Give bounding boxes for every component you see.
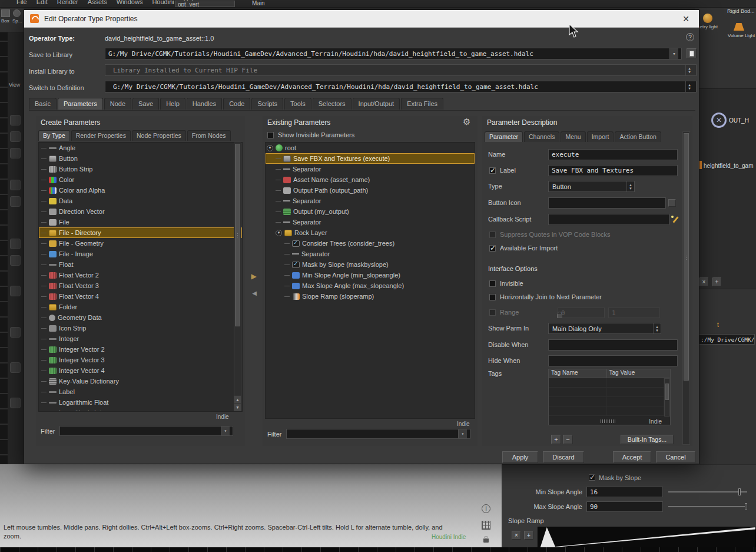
tool-icon[interactable] [10,180,21,190]
tool-icon[interactable] [10,255,21,266]
menu-houdini[interactable]: Houdini [152,0,174,5]
label-input[interactable]: Save FBX and Textures [548,165,678,176]
tab-save[interactable]: Save [132,98,159,110]
script-wand-icon[interactable] [671,216,679,223]
max-slope-angle-input[interactable]: 90 [586,501,663,512]
tool-icon[interactable] [10,362,21,373]
param-type-file-directory[interactable]: File - Directory [39,227,242,238]
scroll-up-button[interactable] [234,395,241,403]
tab-basic[interactable]: Basic [29,98,57,110]
switch-to-definition-input[interactable]: G:/My Drive/CGMK/Tutorials/Houdini_GameD… [105,81,697,92]
existing-parameters-tree[interactable]: ▾rootSave FBX and Textures (execute)Sepa… [265,142,475,419]
hide-when-input[interactable] [548,355,678,366]
tool-icon[interactable] [10,115,21,125]
param-type-float-vector-4[interactable]: Float Vector 4 [39,291,242,302]
create-parameters-list[interactable]: AngleButtonButton StripColorColor and Al… [38,142,243,412]
param-type-file[interactable]: File [39,217,242,227]
remove-tag-button[interactable]: − [563,435,573,444]
param-type-icon-strip[interactable]: Icon Strip [39,323,242,333]
existing-param-consider-trees-consider-trees[interactable]: Consider Trees (consider_trees) [266,238,475,249]
tab-code[interactable]: Code [223,98,250,110]
viewport[interactable]: Left mouse tumbles. Middle pans. Right d… [0,464,502,547]
horizontal-join-checkbox[interactable] [489,294,496,300]
menu-windows[interactable]: Windows [117,0,143,5]
desktop-combo[interactable]: Main [252,0,265,6]
help-icon[interactable]: ? [686,33,694,41]
existing-param-separator[interactable]: Separator [266,164,475,174]
tag-value-column-header[interactable]: Tag Value [607,369,665,378]
disable-when-input[interactable] [548,339,678,351]
param-type-folder[interactable]: Folder [39,302,242,312]
scrollbar-handle[interactable] [235,144,240,326]
create-tab-from-nodes[interactable]: From Nodes [187,130,231,141]
playbar[interactable] [0,547,756,552]
spinner-icon[interactable] [685,65,693,75]
ramp-add-button[interactable]: + [524,531,533,540]
scrollbar-handle[interactable] [665,384,669,400]
null-node-icon[interactable]: ✕ [711,113,727,128]
param-type-button-strip[interactable]: Button Strip [39,164,242,174]
param-type-angle[interactable]: Angle [39,143,242,153]
param-type-key-value-dictionary[interactable]: Key-Value Dictionary [39,376,242,386]
tab-handles[interactable]: Handles [187,98,222,110]
type-dropdown[interactable]: Button [548,181,635,192]
node-display-flag[interactable] [699,161,702,169]
scroll-down-button[interactable] [234,403,241,411]
param-type-logarithmic-float[interactable]: Logarithmic Float [39,397,242,408]
scrollbar-handle[interactable] [684,133,689,381]
dialog-titlebar[interactable]: Edit Operator Type Properties ✕ [24,10,699,28]
existing-param-save-fbx-and-textures-execute[interactable]: Save FBX and Textures (execute) [266,153,475,164]
tab-node[interactable]: Node [104,98,131,110]
tag-name-column-header[interactable]: Tag Name [549,369,607,378]
param-type-data[interactable]: Data [39,196,242,206]
sphere-tool-icon[interactable] [13,9,21,17]
spinner-icon[interactable] [626,181,634,191]
box-tool-icon[interactable] [1,9,10,17]
mask-by-slope-checkbox[interactable] [589,474,595,481]
create-tab-by-type[interactable]: By Type [38,130,70,141]
existing-param-mask-by-slope-maskbyslope[interactable]: Mask by Slope (maskbyslope) [266,259,475,270]
tab-parameters[interactable]: Parameters [58,98,103,110]
network-close-button[interactable]: × [699,277,708,286]
move-to-existing-button[interactable]: ▶ [248,272,259,282]
tool-icon[interactable] [10,286,21,296]
move-to-create-button[interactable]: ◀ [249,290,260,298]
pd-tab-menu[interactable]: Menu [561,131,585,142]
tags-table[interactable]: Tag Name Tag Value Indie [548,369,671,425]
param-type-file-geometry[interactable]: File - Geometry [39,238,242,249]
info-icon[interactable] [482,504,490,513]
parameter-description-scrollbar[interactable] [682,131,690,445]
dropdown-arrow-icon[interactable]: ▾ [221,427,230,435]
save-to-library-input[interactable]: G:/My Drive/CGMK/Tutorials/Houdini_GameD… [105,48,682,60]
tags-scrollbar[interactable] [664,378,670,417]
min-slope-angle-input[interactable]: 16 [586,487,663,497]
available-for-import-checkbox[interactable] [489,245,496,252]
gear-icon[interactable]: ⚙ [463,117,470,127]
shelf-tab-label[interactable]: Rigid Bod... [727,8,755,14]
existing-param-max-slope-angle-max-slopeangle[interactable]: Max Slope Angle (max_slopeangle) [266,280,475,291]
tag-row[interactable] [549,397,664,406]
existing-param-slope-ramp-sloperamp[interactable]: Slope Ramp (sloperamp) [266,291,475,302]
param-type-float[interactable]: Float [39,259,242,270]
network-editor[interactable]: ✕ OUT_H heightfield_to_gam × + [695,88,756,289]
cancel-button[interactable]: Cancel [656,451,695,463]
create-list-scrollbar[interactable] [234,143,241,411]
menu-assets[interactable]: Assets [88,0,107,5]
slider-handle[interactable] [738,488,741,495]
existing-param-output-path-output-path[interactable]: Output Path (output_path) [266,185,475,196]
menu-file[interactable]: File [16,0,27,5]
existing-param-separator[interactable]: Separator [266,249,475,259]
add-tag-button[interactable]: + [551,435,561,444]
tag-row[interactable] [549,388,664,397]
param-type-label[interactable]: Label [39,386,242,397]
param-type-integer-vector-3[interactable]: Integer Vector 3 [39,355,242,365]
tool-icon[interactable] [10,196,21,207]
icon-chooser-button[interactable] [668,199,676,207]
slope-ramp-widget[interactable] [538,527,756,548]
tag-row[interactable] [549,406,664,416]
tool-icon[interactable] [10,239,21,249]
menu-render[interactable]: Render [57,0,78,5]
discard-button[interactable]: Discard [543,451,584,463]
collapse-arrow-icon[interactable]: ▾ [267,145,273,151]
menu-edit[interactable]: Edit [37,0,48,5]
